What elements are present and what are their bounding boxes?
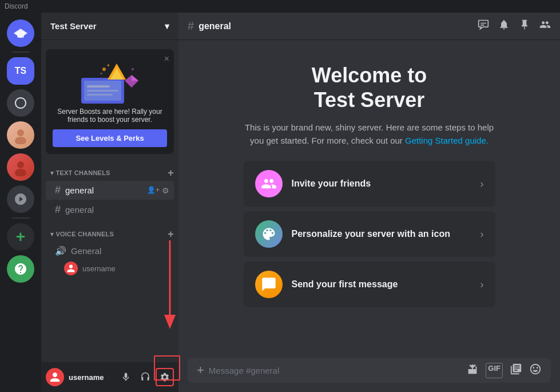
server-icon-4[interactable] — [7, 153, 34, 181]
server-icon-5[interactable] — [7, 185, 34, 213]
boost-banner: × — [46, 49, 174, 154]
app-body: TS + Test Server ▾ — [0, 13, 560, 392]
welcome-title: Welcome toTest Server — [312, 63, 427, 112]
boost-svg: ✦ ✦ — [70, 58, 150, 106]
svg-rect-9 — [87, 94, 113, 96]
boost-illustration: ✦ ✦ — [53, 56, 167, 108]
invite-friends-label: Invite your friends — [292, 179, 471, 189]
action-cards: Invite your friends › Personalize your s… — [244, 161, 495, 307]
gif-icon[interactable]: GIF — [486, 363, 503, 378]
voice-channel-name: General — [71, 246, 101, 256]
message-input-icons: GIF — [466, 363, 542, 378]
deafen-button[interactable] — [136, 368, 154, 386]
channel-name: general — [65, 185, 94, 195]
server-divider-1 — [11, 52, 30, 53]
getting-started-link[interactable]: Getting Started guide. — [405, 136, 488, 145]
send-message-arrow: › — [480, 279, 484, 291]
channel-header-name: general — [198, 21, 231, 31]
send-message-icon — [255, 271, 283, 298]
server-divider-2 — [11, 217, 30, 219]
channel-item-general-2[interactable]: # general — [46, 200, 174, 219]
channel-item-general-active[interactable]: # general 👤+ ⚙ — [46, 181, 174, 200]
channel-name-2: general — [65, 205, 94, 215]
add-text-channel-button[interactable]: + — [168, 168, 174, 178]
svg-marker-13 — [132, 75, 138, 81]
server-icon-2[interactable] — [7, 89, 34, 117]
title-bar: Discord — [0, 0, 560, 13]
invite-member-icon[interactable]: 👤+ — [147, 186, 160, 195]
invite-friends-card[interactable]: Invite your friends › — [244, 161, 495, 207]
svg-point-14 — [102, 68, 106, 71]
apps-icon[interactable] — [510, 363, 522, 378]
user-area: username — [41, 362, 178, 392]
server-icon-home[interactable] — [7, 19, 34, 47]
svg-point-2 — [15, 137, 26, 144]
voice-channels-label: ▾ VOICE CHANNELS — [50, 231, 114, 238]
svg-point-1 — [17, 129, 24, 136]
welcome-description: This is your brand new, shiny server. He… — [244, 121, 495, 147]
user-avatar — [46, 368, 64, 386]
svg-point-4 — [15, 169, 26, 176]
boost-close-button[interactable]: × — [164, 54, 169, 64]
server-icon-add[interactable]: + — [7, 223, 34, 251]
svg-point-3 — [17, 161, 24, 168]
server-name: Test Server — [50, 21, 97, 31]
boost-text: Server Boosts are here! Rally your frien… — [53, 108, 167, 124]
channel-settings-icon[interactable]: ⚙ — [162, 186, 169, 195]
personalize-label: Personalize your server with an icon — [292, 229, 471, 239]
personalize-icon — [255, 220, 283, 248]
channel-hash-icon-2: # — [55, 204, 61, 216]
add-attachment-button[interactable]: + — [197, 363, 204, 378]
channel-list: × — [41, 40, 178, 362]
boost-button[interactable]: See Levels & Perks — [53, 129, 167, 147]
channel-icons: 👤+ ⚙ — [147, 186, 169, 195]
invite-friends-icon — [255, 170, 283, 197]
user-controls — [117, 368, 174, 386]
app-name: Discord — [5, 2, 28, 10]
welcome-area: Welcome toTest Server This is your brand… — [178, 40, 560, 358]
member-list-icon[interactable] — [539, 19, 551, 33]
text-channels-header: ▾ TEXT CHANNELS + — [41, 159, 178, 180]
server-icon-explore[interactable] — [7, 255, 34, 283]
emoji-icon[interactable] — [529, 363, 542, 378]
channel-header: # general — [178, 13, 560, 40]
voice-channels-header: ▾ VOICE CHANNELS + — [41, 220, 178, 241]
add-voice-channel-button[interactable]: + — [168, 229, 174, 239]
pinned-icon[interactable] — [519, 19, 530, 33]
user-info: username — [66, 373, 114, 382]
invite-friends-arrow: › — [480, 178, 484, 190]
server-list: TS + — [0, 13, 41, 392]
svg-text:✦: ✦ — [106, 63, 110, 68]
channel-header-hash: # — [188, 19, 194, 33]
svg-rect-7 — [87, 85, 110, 88]
personalize-server-card[interactable]: Personalize your server with an icon › — [244, 211, 495, 257]
channel-hash-icon: # — [55, 184, 61, 196]
message-input-wrapper: + GIF — [188, 358, 551, 383]
threads-icon[interactable] — [478, 19, 489, 33]
user-settings-button[interactable] — [156, 368, 174, 386]
voice-user-name: username — [82, 264, 116, 273]
svg-point-15 — [132, 68, 134, 70]
dropdown-icon: ▾ — [165, 21, 169, 31]
send-message-card[interactable]: Send your first message › — [244, 262, 495, 307]
voice-user-item: username — [46, 260, 174, 276]
server-name-header[interactable]: Test Server ▾ — [41, 13, 178, 40]
voice-speaker-icon: 🔊 — [55, 246, 66, 256]
server-icon-ts[interactable]: TS — [7, 57, 34, 85]
username: username — [69, 373, 112, 382]
message-input-area: + GIF — [178, 358, 560, 392]
channel-header-icons — [478, 19, 551, 33]
mute-button[interactable] — [117, 368, 135, 386]
svg-text:✦: ✦ — [100, 72, 103, 76]
channel-sidebar: Test Server ▾ × — [41, 13, 178, 392]
main-content: # general Welcome toTest Server — [178, 13, 560, 392]
notifications-icon[interactable] — [498, 19, 510, 33]
svg-rect-8 — [87, 90, 118, 92]
voice-user-avatar — [64, 262, 78, 275]
gift-icon[interactable] — [466, 363, 479, 378]
server-icon-3[interactable] — [7, 121, 34, 149]
message-input[interactable] — [209, 359, 462, 382]
personalize-arrow: › — [480, 228, 484, 240]
channel-item-voice-general[interactable]: 🔊 General — [46, 242, 174, 260]
text-channels-label: ▾ TEXT CHANNELS — [50, 169, 110, 177]
